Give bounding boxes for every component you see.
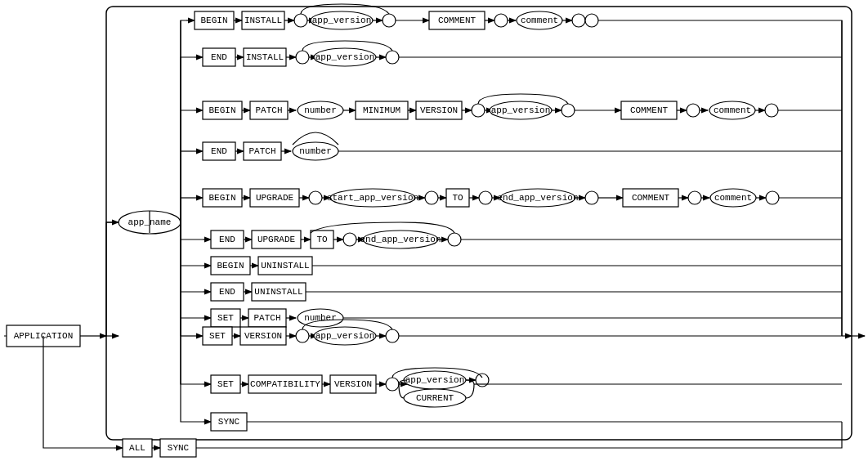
to-label-2: TO (316, 235, 328, 244)
all-label: ALL (129, 443, 145, 453)
version-compat-label: VERSION (334, 379, 372, 389)
sync-label-2: SYNC (168, 443, 190, 453)
svg-point-36 (386, 51, 399, 64)
compatibility-label: COMPATIBILITY (250, 379, 320, 389)
app-version-4: app_version (315, 331, 375, 341)
comment-kw-1: COMMENT (438, 16, 477, 25)
app-version-5: app_version (405, 375, 465, 385)
uninstall-label-2: UNINSTALL (254, 287, 302, 297)
svg-point-21 (494, 14, 508, 27)
set-patch-label: SET (217, 313, 234, 323)
to-label-1: TO (452, 193, 463, 203)
begin-install-label: BEGIN (200, 16, 227, 25)
begin-uninstall-label: BEGIN (217, 261, 244, 271)
comment-val-2: comment (714, 105, 751, 115)
end-app-version-1: end_app_version (497, 193, 578, 203)
svg-point-13 (294, 14, 307, 27)
svg-point-100 (343, 233, 356, 246)
minimum-label: MINIMUM (363, 105, 400, 115)
svg-point-26 (585, 14, 598, 27)
svg-point-48 (472, 104, 485, 117)
end-uninstall-end: END (219, 287, 235, 297)
svg-point-52 (562, 104, 575, 117)
patch-label-2: PATCH (248, 146, 275, 156)
patch-label-1: PATCH (255, 105, 282, 115)
version-label-1: VERSION (420, 105, 458, 115)
svg-point-84 (585, 191, 598, 204)
current-label: CURRENT (416, 393, 454, 403)
svg-point-88 (688, 191, 701, 204)
number-1: number (304, 105, 337, 115)
svg-point-92 (766, 191, 779, 204)
upgrade-label-1: UPGRADE (256, 193, 294, 203)
end-app-version-2: end_app_version (360, 235, 441, 244)
comment-kw-2: COMMENT (630, 105, 669, 115)
svg-point-32 (296, 51, 309, 64)
comment-kw-3: COMMENT (632, 193, 670, 203)
begin-patch-label: BEGIN (208, 105, 235, 115)
svg-point-25 (572, 14, 585, 27)
svg-point-17 (383, 14, 396, 27)
svg-point-137 (386, 378, 399, 391)
comment-val-1: comment (521, 16, 558, 25)
begin-upgrade-label: BEGIN (208, 193, 235, 203)
start-app-version-oval: start_app_version (327, 193, 418, 203)
svg-point-104 (448, 233, 461, 246)
comment-val-3: comment (714, 193, 752, 203)
uninstall-label-1: UNINSTALL (261, 261, 309, 271)
sync-label-1: SYNC (218, 417, 240, 427)
set-version-label: SET (209, 331, 226, 341)
svg-point-60 (765, 104, 778, 117)
end-install-end: END (211, 52, 227, 62)
version-set-label: VERSION (244, 331, 282, 341)
svg-point-129 (386, 329, 399, 342)
app-version-1: app_version (312, 16, 372, 25)
svg-point-80 (479, 191, 492, 204)
app-version-2: app_version (315, 52, 375, 62)
end-patch-end: END (211, 146, 227, 156)
set-compat-label: SET (217, 379, 234, 389)
app-version-3: app_version (491, 105, 551, 115)
number-3: number (304, 313, 337, 323)
svg-point-72 (309, 191, 322, 204)
install-label-2: INSTALL (246, 52, 284, 62)
patch-set-label: PATCH (253, 313, 280, 323)
upgrade-label-2: UPGRADE (257, 235, 296, 244)
svg-point-76 (425, 191, 438, 204)
svg-point-56 (687, 104, 700, 117)
end-upgrade-end: END (219, 235, 235, 244)
svg-point-125 (296, 329, 309, 342)
number-2: number (299, 146, 332, 156)
install-label-1: INSTALL (244, 16, 282, 25)
